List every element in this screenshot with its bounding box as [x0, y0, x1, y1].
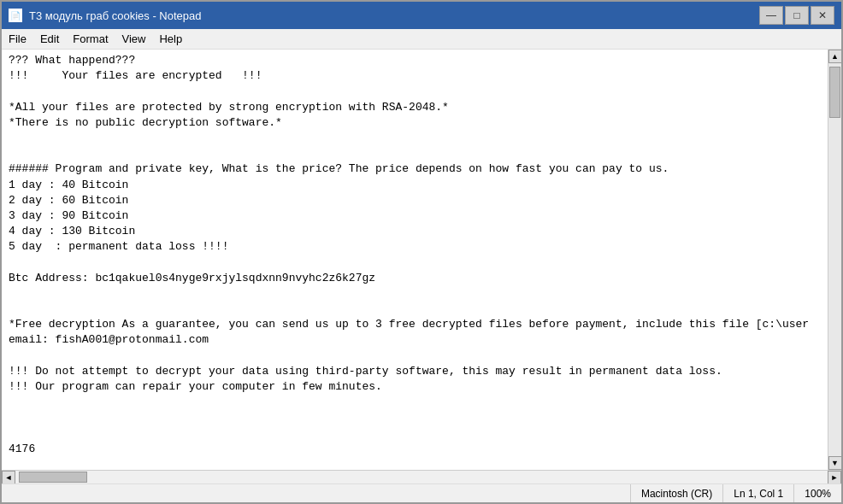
menu-format[interactable]: Format: [66, 31, 115, 47]
title-bar-left: 📄 Т3 модуль граб cookies - Notepad: [9, 9, 201, 22]
scroll-thumb-horizontal[interactable]: [19, 472, 87, 483]
scroll-right-button[interactable]: ►: [828, 471, 841, 484]
title-bar: 📄 Т3 модуль граб cookies - Notepad — □ ✕: [2, 2, 841, 29]
vertical-scrollbar[interactable]: ▲ ▼: [828, 50, 841, 470]
maximize-button[interactable]: □: [785, 6, 809, 25]
status-zoom: 100%: [794, 484, 841, 502]
scroll-track-horizontal[interactable]: [15, 471, 828, 483]
menu-help[interactable]: Help: [152, 31, 189, 47]
menu-edit[interactable]: Edit: [33, 31, 66, 47]
text-editor[interactable]: ??? What happend??? !!! Your files are e…: [2, 50, 828, 470]
horizontal-scrollbar-row: ◄ ►: [2, 470, 841, 483]
app-icon: 📄: [9, 9, 22, 22]
scroll-left-button[interactable]: ◄: [2, 471, 15, 484]
window-controls: — □ ✕: [759, 6, 834, 25]
menu-view[interactable]: View: [115, 31, 153, 47]
scroll-track-vertical[interactable]: [828, 63, 841, 456]
notepad-window: 📄 Т3 модуль граб cookies - Notepad — □ ✕…: [0, 0, 843, 504]
content-area: ??? What happend??? !!! Your files are e…: [2, 50, 841, 470]
scroll-up-button[interactable]: ▲: [828, 50, 842, 63]
menu-bar: File Edit Format View Help: [2, 29, 841, 50]
scroll-thumb-vertical[interactable]: [829, 67, 840, 118]
status-line-info: Ln 1, Col 1: [723, 484, 794, 502]
status-bar: Macintosh (CR) Ln 1, Col 1 100%: [2, 483, 841, 502]
status-blank: [2, 484, 631, 502]
menu-file[interactable]: File: [2, 31, 33, 47]
window-title: Т3 модуль граб cookies - Notepad: [29, 9, 201, 22]
scroll-down-button[interactable]: ▼: [828, 456, 842, 470]
close-button[interactable]: ✕: [811, 6, 834, 25]
minimize-button[interactable]: —: [759, 6, 783, 25]
status-encoding: Macintosh (CR): [631, 484, 723, 502]
